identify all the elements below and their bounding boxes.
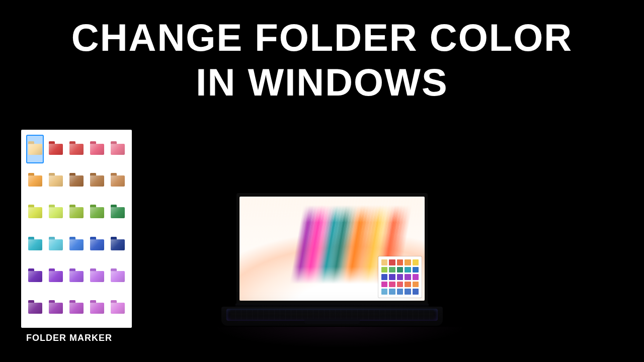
laptop xyxy=(236,193,428,338)
folder-icon xyxy=(90,175,104,187)
floor-reflection xyxy=(191,327,488,357)
folder-icon xyxy=(28,175,42,187)
folder-icon xyxy=(111,303,125,314)
mini-color-swatch xyxy=(389,259,395,265)
headline-line-2: IN WINDOWS xyxy=(45,61,599,104)
folder-color-swatch[interactable] xyxy=(109,294,127,323)
folder-icon xyxy=(28,271,42,282)
mini-color-swatch xyxy=(413,289,419,295)
mini-color-swatch xyxy=(405,289,411,295)
folder-color-swatch[interactable] xyxy=(26,199,44,227)
folder-color-swatch[interactable] xyxy=(47,166,64,195)
folder-color-swatch[interactable] xyxy=(109,166,127,195)
folder-icon xyxy=(90,144,104,155)
mini-color-swatch xyxy=(397,289,403,295)
folder-color-swatch[interactable] xyxy=(109,230,127,259)
mini-color-swatch xyxy=(405,282,411,288)
mini-color-swatch xyxy=(397,259,403,265)
laptop-keyboard xyxy=(230,310,434,320)
folder-icon xyxy=(28,303,42,314)
mini-color-swatch xyxy=(413,267,419,273)
folder-color-palette-panel xyxy=(21,130,132,328)
mini-color-swatch xyxy=(381,289,387,295)
folder-icon xyxy=(28,239,42,250)
folder-color-swatch[interactable] xyxy=(26,230,44,259)
folder-icon xyxy=(49,239,63,250)
folder-icon xyxy=(28,207,42,218)
mini-color-swatch xyxy=(381,274,387,280)
mini-color-swatch xyxy=(413,274,419,280)
mini-color-swatch xyxy=(413,282,419,288)
folder-icon xyxy=(69,175,84,187)
folder-icon xyxy=(49,207,63,218)
headline: CHANGE FOLDER COLOR IN WINDOWS xyxy=(45,16,599,104)
mini-palette-window xyxy=(378,256,422,298)
folder-color-swatch[interactable] xyxy=(26,262,44,291)
mini-color-swatch xyxy=(397,282,403,288)
mini-color-swatch xyxy=(381,282,387,288)
folder-color-swatch[interactable] xyxy=(47,262,64,291)
folder-color-swatch[interactable] xyxy=(47,199,64,227)
folder-color-swatch[interactable] xyxy=(26,294,44,323)
folder-icon xyxy=(49,144,63,155)
folder-icon xyxy=(69,207,84,218)
mini-color-swatch xyxy=(389,289,395,295)
folder-icon xyxy=(111,239,125,250)
mini-color-swatch xyxy=(413,259,419,265)
mini-color-swatch xyxy=(405,259,411,265)
folder-color-swatch[interactable] xyxy=(109,135,127,163)
laptop-base xyxy=(221,307,443,326)
laptop-screen xyxy=(236,193,428,304)
thumbnail-stage: CHANGE FOLDER COLOR IN WINDOWS FOLDER MA… xyxy=(0,0,644,362)
folder-color-swatch[interactable] xyxy=(47,230,64,259)
folder-color-swatch[interactable] xyxy=(47,135,64,163)
folder-icon xyxy=(90,271,104,282)
laptop-bezel xyxy=(236,193,428,197)
folder-icon xyxy=(90,239,104,250)
folder-color-swatch[interactable] xyxy=(67,262,85,291)
folder-color-swatch[interactable] xyxy=(67,199,85,227)
mini-color-swatch xyxy=(389,274,395,280)
folder-color-swatch[interactable] xyxy=(109,199,127,227)
folder-color-grid xyxy=(26,135,127,323)
folder-color-swatch[interactable] xyxy=(89,294,106,323)
folder-color-swatch[interactable] xyxy=(89,135,106,163)
mini-color-swatch xyxy=(381,267,387,273)
folder-color-swatch[interactable] xyxy=(26,135,44,163)
folder-color-swatch[interactable] xyxy=(89,262,106,291)
folder-icon xyxy=(69,239,84,250)
folder-icon xyxy=(28,144,42,155)
laptop-trackpad xyxy=(304,319,360,324)
folder-icon xyxy=(90,303,104,314)
folder-color-swatch[interactable] xyxy=(26,166,44,195)
folder-icon xyxy=(90,207,104,218)
mini-color-swatch xyxy=(381,259,387,265)
headline-line-1: CHANGE FOLDER COLOR xyxy=(45,16,599,59)
folder-icon xyxy=(111,207,125,218)
mini-color-swatch xyxy=(397,267,403,273)
laptop-wallpaper xyxy=(239,197,425,301)
folder-color-swatch[interactable] xyxy=(109,262,127,291)
folder-color-swatch[interactable] xyxy=(67,135,85,163)
folder-icon xyxy=(111,271,125,282)
mini-color-swatch xyxy=(389,282,395,288)
folder-icon xyxy=(49,271,63,282)
folder-color-swatch[interactable] xyxy=(67,294,85,323)
mini-color-swatch xyxy=(405,274,411,280)
folder-icon xyxy=(111,175,125,187)
folder-color-swatch[interactable] xyxy=(47,294,64,323)
mini-color-swatch xyxy=(405,267,411,273)
mini-color-swatch xyxy=(389,267,395,273)
folder-icon xyxy=(69,303,84,314)
folder-color-swatch[interactable] xyxy=(67,230,85,259)
palette-caption: FOLDER MARKER xyxy=(26,333,112,343)
folder-icon xyxy=(69,144,84,155)
folder-color-swatch[interactable] xyxy=(89,199,106,227)
mini-color-swatch xyxy=(397,274,403,280)
folder-color-swatch[interactable] xyxy=(89,230,106,259)
folder-color-swatch[interactable] xyxy=(67,166,85,195)
folder-color-swatch[interactable] xyxy=(89,166,106,195)
folder-icon xyxy=(111,144,125,155)
folder-icon xyxy=(49,303,63,314)
folder-icon xyxy=(49,175,63,187)
